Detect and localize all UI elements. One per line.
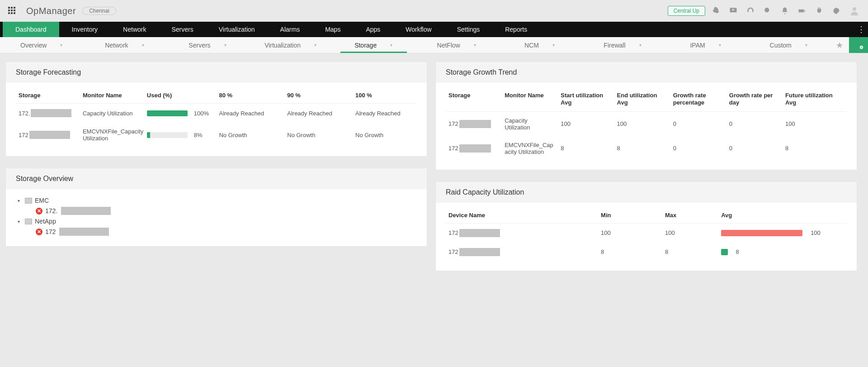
nav-inventory[interactable]: Inventory xyxy=(59,22,111,37)
c100-cell: Already Reached xyxy=(353,104,417,123)
min-cell: 8 xyxy=(598,243,662,262)
chevron-down-icon: ▾ xyxy=(60,43,62,48)
table-row[interactable]: 172888 xyxy=(446,243,847,262)
group-label: EMC xyxy=(35,197,49,204)
col-perday: Growth rate per day xyxy=(726,87,783,111)
col-device: Device Name xyxy=(446,207,598,224)
tab-ipam[interactable]: IPAM▾ xyxy=(664,37,747,53)
rocket-icon[interactable] xyxy=(712,6,721,15)
nav-settings[interactable]: Settings xyxy=(444,22,493,37)
apps-grid-icon[interactable] xyxy=(8,7,16,15)
redacted-block xyxy=(29,131,70,139)
used-cell: 8% xyxy=(147,132,214,138)
user-avatar-icon[interactable] xyxy=(849,5,860,16)
redacted-block xyxy=(459,248,500,256)
right-column: Storage Growth Trend Storage Monitor Nam… xyxy=(435,62,857,359)
group-label: NetApp xyxy=(35,218,56,225)
tree-child[interactable]: ✕172. xyxy=(18,205,417,216)
nav-more-icon[interactable]: ⋮ xyxy=(854,22,868,37)
storage-tree: ▾EMC✕172.▾NetApp✕172 xyxy=(16,194,417,237)
tab-label: Servers xyxy=(189,42,210,49)
error-icon: ✕ xyxy=(36,229,42,235)
tab-custom[interactable]: Custom▾ xyxy=(747,37,830,53)
col-90: 90 % xyxy=(284,87,353,104)
used-cell: 100% xyxy=(147,110,214,117)
col-100: 100 % xyxy=(353,87,417,104)
raid-table: Device Name Min Max Avg 1721001001001728… xyxy=(446,207,847,262)
end-cell: 100 xyxy=(614,111,670,136)
tab-virtualization[interactable]: Virtualization▾ xyxy=(249,37,332,53)
chevron-down-icon: ▾ xyxy=(805,43,807,48)
tab-servers[interactable]: Servers▾ xyxy=(166,37,249,53)
nav-reports[interactable]: Reports xyxy=(492,22,540,37)
nav-workflow[interactable]: Workflow xyxy=(393,22,444,37)
end-cell: 8 xyxy=(614,136,670,161)
battery-icon[interactable] xyxy=(797,6,807,15)
tab-firewall[interactable]: Firewall▾ xyxy=(581,37,664,53)
c90-cell: Already Reached xyxy=(284,104,353,123)
storage-cell: 172 xyxy=(448,144,497,153)
presentation-icon[interactable] xyxy=(729,6,738,15)
nav-virtualization[interactable]: Virtualization xyxy=(206,22,268,37)
tab-overview[interactable]: Overview▾ xyxy=(0,37,83,53)
tab-label: Firewall xyxy=(604,42,625,49)
tab-label: IPAM xyxy=(690,42,705,49)
tab-label: Overview xyxy=(20,42,47,49)
chevron-down-icon: ▾ xyxy=(18,219,22,224)
headset-icon[interactable] xyxy=(746,6,755,15)
chevron-down-icon: ▾ xyxy=(639,43,642,48)
tree-group[interactable]: ▾EMC xyxy=(18,195,417,205)
workspace: Storage Forecasting Storage Monitor Name… xyxy=(0,53,868,367)
chevron-down-icon: ▾ xyxy=(18,198,22,203)
location-pill[interactable]: Chennai xyxy=(82,7,116,15)
panel-title: Storage Growth Trend xyxy=(436,62,857,83)
col-start: Start utilization Avg xyxy=(558,87,614,111)
storage-cell: 172 xyxy=(448,120,497,128)
table-row[interactable]: 172Capacity Utilization10010000100 xyxy=(446,111,847,136)
tab-ncm[interactable]: NCM▾ xyxy=(498,37,581,53)
tab-label: Custom xyxy=(770,42,792,49)
monitor-cell: Capacity Utilization xyxy=(80,104,144,123)
col-storage: Storage xyxy=(16,87,80,104)
plug-icon[interactable] xyxy=(815,6,824,15)
min-cell: 100 xyxy=(598,223,662,243)
tab-netflow[interactable]: NetFlow▾ xyxy=(415,37,498,53)
nav-apps[interactable]: Apps xyxy=(353,22,393,37)
nav-network[interactable]: Network xyxy=(110,22,159,37)
central-up-badge[interactable]: Central Up xyxy=(668,6,705,16)
col-max: Max xyxy=(662,207,718,224)
ip-prefix: 172. xyxy=(45,207,57,214)
svg-point-1 xyxy=(853,7,856,11)
monitor-cell: EMCVNXFile_Capacity Utilization xyxy=(502,136,558,161)
tab-storage[interactable]: Storage▾ xyxy=(332,37,415,53)
favorite-icon[interactable]: ★ xyxy=(830,37,849,53)
tab-network[interactable]: Network▾ xyxy=(83,37,166,53)
table-row[interactable]: 172EMCVNXFile_Capacity Utilization88008 xyxy=(446,136,847,161)
table-row[interactable]: 172.Capacity Utilization100%Already Reac… xyxy=(16,104,417,123)
tree-group[interactable]: ▾NetApp xyxy=(18,216,417,226)
folder-icon xyxy=(25,219,32,224)
bell-icon[interactable] xyxy=(780,6,789,15)
table-row[interactable]: 172EMCVNXFile_Capacity Utilization8%No G… xyxy=(16,123,417,147)
perday-cell: 0 xyxy=(726,136,783,161)
c80-cell: No Growth xyxy=(216,123,284,147)
nav-alarms[interactable]: Alarms xyxy=(268,22,313,37)
panel-storage-growth: Storage Growth Trend Storage Monitor Nam… xyxy=(435,62,857,170)
nav-dashboard[interactable]: Dashboard xyxy=(3,22,59,37)
storage-cell: 172 xyxy=(19,131,77,139)
panel-storage-overview: Storage Overview ▾EMC✕172.▾NetApp✕172 xyxy=(5,168,427,247)
search-icon[interactable] xyxy=(763,6,772,15)
forecasting-table: Storage Monitor Name Used (%) 80 % 90 % … xyxy=(16,87,417,147)
c90-cell: No Growth xyxy=(284,123,353,147)
brand-title: OpManager xyxy=(26,6,76,16)
avg-bar xyxy=(721,230,802,236)
panel-title: Storage Overview xyxy=(6,168,427,189)
nav-servers[interactable]: Servers xyxy=(159,22,206,37)
table-row[interactable]: 172100100100 xyxy=(446,223,847,243)
nav-maps[interactable]: Maps xyxy=(312,22,353,37)
start-cell: 100 xyxy=(558,111,614,136)
gear-icon[interactable] xyxy=(832,6,841,15)
tree-child[interactable]: ✕172 xyxy=(18,226,417,237)
pct-cell: 0 xyxy=(670,111,726,136)
add-widget-button[interactable] xyxy=(849,37,868,53)
